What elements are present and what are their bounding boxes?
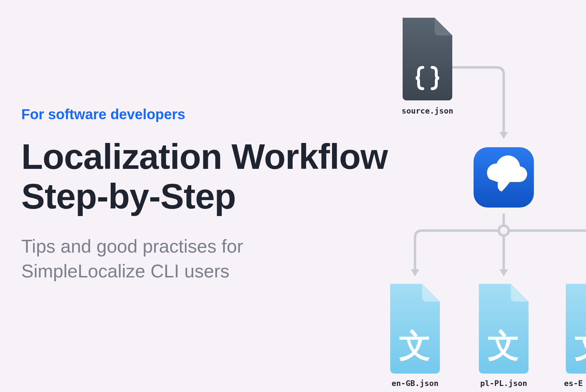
title-line-1: Localization Workflow: [21, 137, 388, 176]
svg-text:文: 文: [488, 328, 520, 363]
eyebrow-label: For software developers: [21, 106, 397, 122]
title-line-2: Step-by-Step: [21, 176, 236, 216]
svg-text:文: 文: [575, 328, 586, 363]
hero-text-block: For software developers Localization Wor…: [21, 106, 397, 283]
subtitle-line-1: Tips and good practises for: [21, 236, 243, 256]
output-file-label-0: en-GB.json: [387, 379, 443, 388]
svg-rect-0: [474, 147, 534, 208]
source-file-icon: [403, 18, 452, 100]
output-file-label-2: es-E: [564, 379, 586, 388]
page-subtitle: Tips and good practises for SimpleLocali…: [21, 234, 397, 283]
output-file-label-1: pl-PL.json: [475, 379, 532, 388]
page-title: Localization Workflow Step-by-Step: [21, 137, 397, 216]
subtitle-line-2: SimpleLocalize CLI users: [21, 261, 230, 281]
svg-text:文: 文: [399, 328, 431, 363]
connector-junction-icon: [499, 226, 509, 236]
app-tile-icon: [474, 147, 534, 208]
connector-source-to-app: [452, 67, 508, 139]
output-file-pl-pl-icon: 文: [479, 284, 529, 374]
connector-branches: [411, 231, 586, 276]
source-file-label: source.json: [390, 106, 465, 115]
output-file-es-e-icon: 文: [566, 284, 586, 374]
output-file-en-gb-icon: 文: [390, 284, 440, 374]
